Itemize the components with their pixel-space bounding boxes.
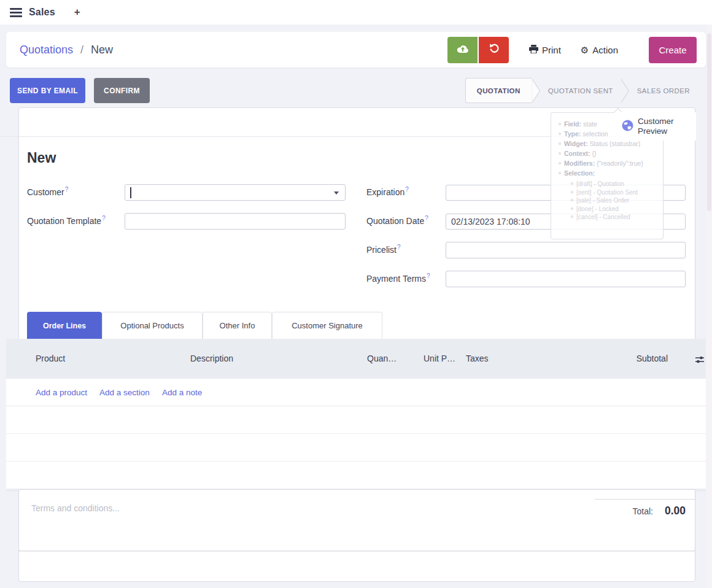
quotation-date-field-label: Quotation Date? — [366, 215, 428, 226]
tab-other-info[interactable]: Other Info — [203, 312, 272, 339]
action-label: Action — [592, 45, 618, 55]
help-question-icon: ? — [397, 244, 401, 250]
print-label: Print — [542, 45, 561, 55]
empty-table-row — [6, 434, 706, 462]
total-divider — [595, 499, 695, 500]
breadcrumb: Quotations / New — [20, 44, 113, 56]
add-a-section-link[interactable]: Add a section — [99, 388, 150, 397]
vertical-scrollbar[interactable] — [706, 25, 712, 588]
total-row: Total: 0.00 — [632, 505, 686, 517]
empty-table-row — [6, 406, 706, 434]
tooltip-selection-list: [draft] - Quotation [sent] - Quotation S… — [571, 180, 659, 222]
control-panel: Quotations / New — [6, 32, 706, 68]
gear-icon: ⚙ — [581, 45, 589, 55]
record-title: New — [27, 150, 56, 166]
printer-icon — [529, 45, 538, 55]
text-cursor — [130, 187, 131, 198]
add-tab-icon[interactable]: + — [74, 6, 80, 18]
scrollbar-thumb[interactable] — [707, 33, 711, 211]
tab-customer-signature[interactable]: Customer Signature — [272, 312, 382, 339]
help-question-icon: ? — [102, 215, 106, 222]
terms-textarea[interactable]: Terms and conditions... — [31, 503, 120, 513]
customer-input[interactable] — [125, 184, 346, 201]
add-a-product-link[interactable]: Add a product — [36, 388, 87, 397]
top-nav-bar: Sales + — [0, 0, 712, 25]
statusbar-step-quotation-sent[interactable]: QUOTATION SENT — [541, 87, 621, 95]
payment-terms-field-label: Payment Terms? — [366, 273, 430, 284]
print-button[interactable]: Print — [529, 45, 561, 55]
optional-columns-icon[interactable] — [695, 355, 704, 366]
breadcrumb-separator: / — [80, 44, 83, 56]
customer-field-label: Customer? — [27, 186, 68, 197]
statusbar-step-sales-order[interactable]: SALES ORDER — [630, 87, 697, 95]
chevron-right-icon — [621, 79, 630, 103]
column-header-description[interactable]: Description — [190, 354, 233, 363]
save-record-button[interactable] — [447, 37, 478, 63]
total-label: Total: — [632, 506, 652, 516]
order-lines-add-row: Add a product Add a section Add a note — [6, 379, 706, 406]
quotation-template-field-label: Quotation Template? — [27, 215, 106, 226]
column-header-product[interactable]: Product — [36, 354, 65, 363]
app-name[interactable]: Sales — [29, 7, 55, 18]
pricelist-field-label: Pricelist? — [366, 244, 401, 255]
statusbar: QUOTATION QUOTATION SENT SALES ORDER — [465, 78, 697, 103]
column-header-quantity[interactable]: Quan… — [367, 354, 397, 363]
help-question-icon: ? — [425, 215, 428, 222]
pricelist-input[interactable] — [446, 242, 686, 258]
order-lines-header: Product Description Quan… Unit P… Taxes … — [6, 339, 706, 379]
column-header-subtotal[interactable]: Subtotal — [637, 354, 668, 363]
expiration-field-label: Expiration? — [366, 186, 409, 197]
help-question-icon: ? — [405, 186, 409, 193]
help-question-icon: ? — [65, 186, 69, 193]
send-by-email-button[interactable]: SEND BY EMAIL — [10, 78, 85, 103]
breadcrumb-quotations-link[interactable]: Quotations — [20, 44, 73, 56]
hamburger-menu-icon[interactable] — [10, 8, 22, 17]
chevron-right-icon — [532, 79, 541, 103]
column-header-unit-price[interactable]: Unit P… — [424, 354, 455, 363]
quotation-template-input[interactable] — [125, 213, 346, 230]
order-lines-table: Product Description Quan… Unit P… Taxes … — [6, 339, 706, 492]
customer-preview-label: Customer Preview — [638, 117, 677, 136]
cloud-upload-icon — [457, 44, 469, 56]
discard-changes-button[interactable] — [479, 37, 509, 63]
statusbar-step-quotation[interactable]: QUOTATION — [465, 78, 532, 103]
tab-order-lines[interactable]: Order Lines — [27, 312, 102, 339]
breadcrumb-current: New — [91, 44, 113, 56]
tab-optional-products[interactable]: Optional Products — [102, 312, 203, 339]
create-button[interactable]: Create — [649, 37, 697, 63]
globe-icon — [622, 120, 633, 134]
total-value: 0.00 — [665, 505, 686, 517]
sales-quotation-page: Sales + Quotations / New — [0, 0, 712, 588]
empty-table-row — [6, 462, 706, 489]
help-question-icon: ? — [427, 273, 430, 279]
add-a-note-link[interactable]: Add a note — [162, 388, 202, 397]
terms-and-total-section: Terms and conditions... Total: 0.00 — [18, 489, 695, 551]
column-header-taxes[interactable]: Taxes — [466, 354, 489, 363]
action-menu-button[interactable]: ⚙ Action — [581, 45, 618, 55]
dropdown-caret-icon[interactable] — [334, 191, 339, 195]
undo-icon — [489, 43, 500, 56]
confirm-button[interactable]: CONFIRM — [94, 78, 150, 103]
payment-terms-input[interactable] — [446, 271, 686, 287]
customer-preview-button[interactable]: Customer Preview — [622, 112, 696, 141]
header-actions: Print ⚙ Action Create — [447, 37, 697, 63]
